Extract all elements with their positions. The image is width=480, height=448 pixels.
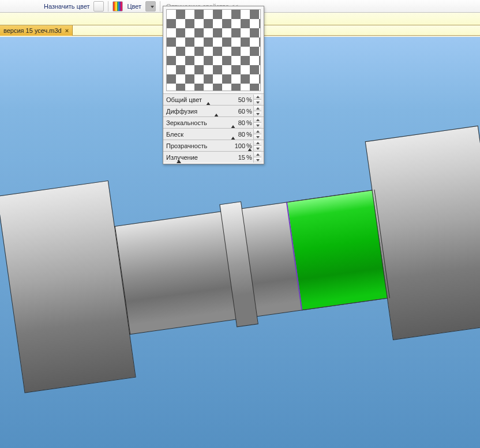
percent-sign: %	[246, 119, 253, 126]
close-icon[interactable]: ×	[65, 25, 69, 36]
color-label: Цвет	[125, 3, 144, 10]
material-preview	[166, 9, 261, 91]
prop-row-emission[interactable]: Излучение 15 %	[163, 151, 264, 163]
palette-icon[interactable]	[93, 1, 104, 12]
prop-label: Блеск	[163, 131, 222, 138]
spin-up-icon[interactable]	[254, 106, 261, 112]
percent-sign: %	[246, 142, 253, 149]
spin-buttons[interactable]	[253, 118, 261, 128]
spin-buttons[interactable]	[253, 95, 261, 105]
prop-label: Излучение	[163, 154, 222, 161]
toolbar-separator	[108, 1, 108, 12]
prop-value: 100	[222, 142, 246, 149]
spin-buttons[interactable]	[253, 152, 261, 163]
spin-up-icon[interactable]	[254, 118, 261, 123]
prop-row-specular[interactable]: Зеркальность 80 %	[163, 116, 264, 128]
spin-down-icon[interactable]	[254, 134, 261, 140]
percent-sign: %	[246, 108, 253, 115]
percent-sign: %	[246, 154, 253, 161]
color-spectrum-icon[interactable]	[112, 1, 123, 12]
assign-color-label: Назначить цвет	[42, 3, 92, 10]
spin-down-icon[interactable]	[254, 123, 261, 128]
prop-value: 50	[222, 96, 246, 103]
prop-value: 80	[222, 131, 246, 138]
spin-down-icon[interactable]	[254, 146, 261, 151]
color-swatch-dropdown[interactable]	[145, 1, 156, 12]
spin-down-icon[interactable]	[254, 157, 261, 163]
spin-up-icon[interactable]	[254, 95, 261, 100]
spin-buttons[interactable]	[253, 129, 261, 140]
prop-label: Общий цвет	[163, 96, 222, 103]
selected-green-sleeve[interactable]	[286, 190, 388, 310]
spin-buttons[interactable]	[253, 141, 261, 151]
spin-up-icon[interactable]	[254, 141, 261, 146]
document-tab[interactable]: версия 15 усеч.m3d ×	[0, 25, 73, 36]
left-flange[interactable]	[0, 180, 136, 393]
prop-value: 80	[222, 119, 246, 126]
prop-row-transparency[interactable]: Прозрачность 100 %	[163, 140, 264, 151]
document-tab-title: версия 15 усеч.m3d	[3, 25, 62, 36]
right-flange[interactable]	[365, 126, 480, 340]
spin-down-icon[interactable]	[254, 100, 261, 105]
prop-value: 15	[222, 154, 246, 161]
toolbar-separator	[160, 1, 160, 12]
spin-up-icon[interactable]	[254, 152, 261, 158]
optical-properties-panel: Общий цвет 50 % Диффузия 60 % Зеркальнос…	[163, 6, 264, 164]
prop-row-ambient[interactable]: Общий цвет 50 %	[163, 93, 264, 105]
percent-sign: %	[246, 96, 253, 103]
prop-label: Зеркальность	[163, 119, 222, 126]
prop-label: Прозрачность	[163, 142, 222, 149]
prop-row-diffuse[interactable]: Диффузия 60 %	[163, 105, 264, 116]
spin-buttons[interactable]	[253, 106, 261, 116]
percent-sign: %	[246, 131, 253, 138]
spin-down-icon[interactable]	[254, 111, 261, 116]
prop-value: 60	[222, 108, 246, 115]
prop-row-gloss[interactable]: Блеск 80 %	[163, 128, 264, 140]
spin-up-icon[interactable]	[254, 129, 261, 135]
prop-label: Диффузия	[163, 108, 222, 115]
